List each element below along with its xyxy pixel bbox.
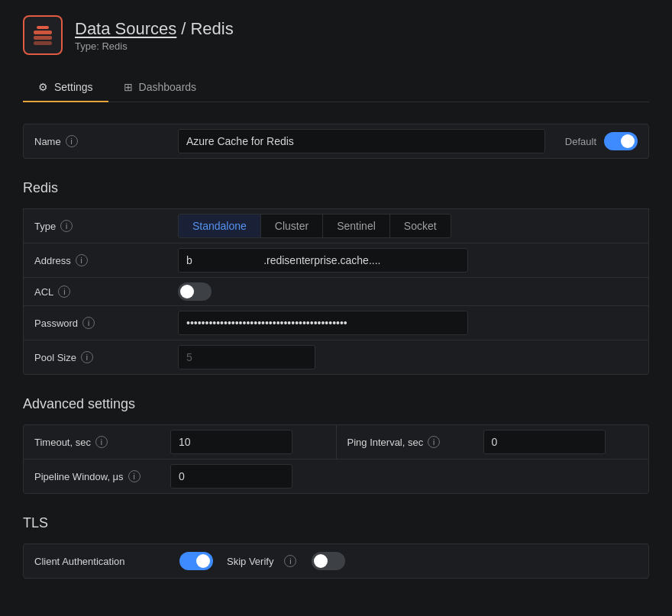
password-label-cell: Password i bbox=[24, 309, 169, 337]
timeout-label: Timeout, sec bbox=[34, 437, 91, 448]
timeout-col: Timeout, sec i bbox=[24, 425, 336, 459]
address-row: Address i bbox=[23, 243, 649, 277]
pipeline-input[interactable] bbox=[170, 464, 292, 489]
type-info-icon[interactable]: i bbox=[60, 220, 73, 232]
ping-input[interactable] bbox=[483, 430, 606, 454]
type-label: Type bbox=[34, 221, 56, 232]
tls-row: Client Authentication Skip Verify i bbox=[23, 543, 649, 579]
name-input-cell bbox=[169, 124, 554, 158]
type-buttons: Standalone Cluster Sentinel Socket bbox=[178, 214, 451, 238]
address-input[interactable] bbox=[178, 248, 468, 273]
ping-input-cell bbox=[474, 425, 649, 459]
ping-label-cell: Ping Interval, sec i bbox=[337, 428, 474, 456]
svg-rect-3 bbox=[37, 26, 49, 29]
timeout-label-cell: Timeout, sec i bbox=[24, 428, 161, 456]
address-label-cell: Address i bbox=[24, 247, 169, 274]
tls-section-title: TLS bbox=[23, 515, 649, 531]
acl-toggle[interactable] bbox=[178, 282, 212, 301]
settings-icon: ⚙ bbox=[38, 81, 48, 93]
type-value-cell: Standalone Cluster Sentinel Socket bbox=[169, 209, 648, 243]
pipeline-col: Pipeline Window, μs i bbox=[24, 460, 336, 493]
acl-row: ACL i bbox=[23, 277, 649, 305]
ping-info-icon[interactable]: i bbox=[428, 436, 440, 448]
timeout-row: Timeout, sec i Ping Interval, sec i bbox=[23, 424, 649, 459]
pool-size-row: Pool Size i bbox=[23, 340, 649, 375]
name-input[interactable] bbox=[178, 129, 545, 153]
ping-interval-col: Ping Interval, sec i bbox=[336, 425, 649, 459]
default-label: Default bbox=[565, 136, 596, 147]
redis-section-title: Redis bbox=[23, 180, 649, 196]
acl-value-cell bbox=[169, 278, 648, 305]
redis-section: Redis Type i Standalone Cluster Sentinel… bbox=[23, 180, 649, 375]
page-header: Data Sources / Redis Type: Redis bbox=[23, 15, 649, 55]
pipeline-info-icon[interactable]: i bbox=[128, 470, 141, 482]
type-btn-cluster[interactable]: Cluster bbox=[261, 214, 323, 237]
client-auth-label-cell: Client Authentication bbox=[24, 548, 169, 575]
svg-rect-2 bbox=[34, 41, 52, 45]
breadcrumb-separator: / bbox=[181, 19, 186, 39]
password-value-cell bbox=[169, 306, 648, 340]
type-row: Type i Standalone Cluster Sentinel Socke… bbox=[23, 208, 649, 243]
default-cell: Default bbox=[554, 127, 648, 155]
tls-value-cell: Skip Verify i bbox=[169, 544, 648, 578]
name-row: Name i Default bbox=[23, 124, 649, 159]
advanced-section: Advanced settings Timeout, sec i Ping In… bbox=[23, 396, 649, 494]
advanced-section-title: Advanced settings bbox=[23, 396, 649, 412]
tab-settings-label: Settings bbox=[54, 81, 93, 93]
timeout-input-cell bbox=[161, 425, 336, 459]
acl-label: ACL bbox=[34, 286, 53, 298]
svg-rect-0 bbox=[34, 31, 52, 34]
name-info-icon[interactable]: i bbox=[66, 135, 78, 147]
ping-label: Ping Interval, sec bbox=[347, 437, 424, 448]
address-value-cell bbox=[169, 243, 648, 277]
skip-verify-toggle[interactable] bbox=[312, 552, 345, 570]
acl-info-icon[interactable]: i bbox=[58, 285, 70, 298]
type-label-cell: Type i bbox=[24, 212, 169, 240]
app-logo bbox=[23, 15, 63, 55]
name-label-cell: Name i bbox=[24, 127, 169, 155]
pipeline-input-cell bbox=[161, 460, 336, 493]
address-label: Address bbox=[34, 255, 71, 266]
pool-size-info-icon[interactable]: i bbox=[81, 351, 93, 363]
type-btn-standalone[interactable]: Standalone bbox=[179, 214, 261, 237]
client-auth-label: Client Authentication bbox=[34, 556, 125, 567]
pipeline-row: Pipeline Window, μs i bbox=[23, 459, 649, 494]
pipeline-label: Pipeline Window, μs bbox=[34, 471, 124, 482]
skip-verify-info-icon[interactable]: i bbox=[284, 555, 296, 567]
type-btn-socket[interactable]: Socket bbox=[390, 214, 451, 237]
acl-toggle-slider bbox=[178, 282, 212, 301]
skip-verify-label: Skip Verify bbox=[227, 556, 273, 567]
pool-size-value-cell bbox=[169, 340, 648, 374]
timeout-info-icon[interactable]: i bbox=[95, 436, 108, 448]
pool-size-label-cell: Pool Size i bbox=[24, 343, 169, 371]
dashboards-icon: ⊞ bbox=[124, 81, 133, 93]
default-toggle-slider bbox=[604, 132, 638, 150]
default-toggle[interactable] bbox=[604, 132, 638, 150]
password-label: Password bbox=[34, 318, 78, 329]
address-info-icon[interactable]: i bbox=[76, 254, 88, 266]
client-auth-toggle[interactable] bbox=[179, 552, 213, 570]
type-btn-sentinel[interactable]: Sentinel bbox=[323, 214, 390, 237]
breadcrumb: Data Sources / Redis bbox=[75, 19, 234, 39]
tab-dashboards[interactable]: ⊞ Dashboards bbox=[108, 73, 212, 102]
skip-verify-toggle-slider bbox=[312, 552, 345, 570]
advanced-grid: Timeout, sec i Ping Interval, sec i bbox=[23, 424, 649, 494]
svg-rect-1 bbox=[34, 36, 52, 40]
password-input[interactable] bbox=[178, 311, 468, 335]
password-info-icon[interactable]: i bbox=[82, 317, 95, 329]
tab-dashboards-label: Dashboards bbox=[139, 81, 197, 93]
timeout-input[interactable] bbox=[170, 430, 292, 454]
password-row: Password i bbox=[23, 305, 649, 340]
pool-size-label: Pool Size bbox=[34, 352, 76, 363]
client-auth-toggle-slider bbox=[179, 552, 213, 570]
page-subtitle: Type: Redis bbox=[75, 40, 234, 52]
name-label: Name bbox=[34, 136, 61, 147]
tab-bar: ⚙ Settings ⊞ Dashboards bbox=[23, 73, 649, 102]
pipeline-label-cell: Pipeline Window, μs i bbox=[24, 463, 161, 490]
pool-size-input[interactable] bbox=[178, 345, 315, 369]
breadcrumb-link[interactable]: Data Sources bbox=[75, 19, 176, 39]
header-title-area: Data Sources / Redis Type: Redis bbox=[75, 19, 234, 52]
tab-settings[interactable]: ⚙ Settings bbox=[23, 73, 108, 102]
tls-section: TLS Client Authentication Skip Verify i bbox=[23, 515, 649, 579]
acl-label-cell: ACL i bbox=[24, 278, 169, 305]
